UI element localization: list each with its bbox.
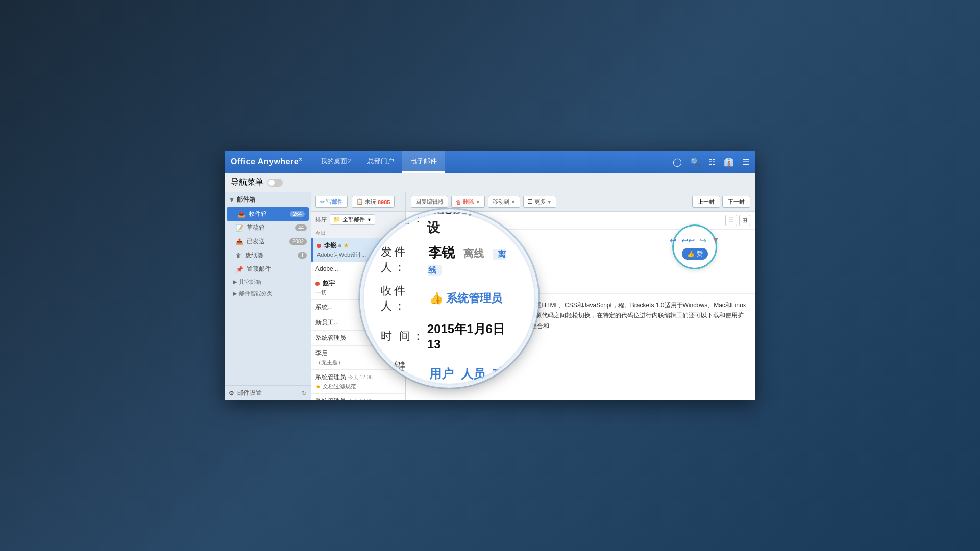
subject-filterdoc: ★ 文档过滤规范 [315,383,401,390]
mag-from-value: 李锐 离线 离线 [428,244,518,276]
sidebar-mailbox-label: 邮件箱 [237,195,255,204]
tab-desktop2[interactable]: 我的桌面2 [312,151,359,173]
delete-button[interactable]: 🗑 删除 ▼ [451,196,485,208]
mag-date-label: 时 间： [381,329,427,344]
email-list-toolbar: ✏ 写邮件 📋 未读 8985 [311,192,405,212]
unread-filter-button[interactable]: 📋 未读 8985 [352,196,395,208]
inbox-icon: 📥 [238,211,246,218]
viewer-toolbar: 回复编辑器 🗑 删除 ▼ 移动到 ▼ ☰ 更多 ▼ 上一封 下一封 [406,192,755,212]
sidebar-item-inbox[interactable]: 📥 收件箱 264 [227,207,309,221]
search-icon[interactable]: 🔍 [690,157,700,167]
chevron-right-icon: ▶ [233,279,237,285]
star-icon-doc[interactable]: ★ [315,383,321,389]
mag-to-label: 收件人： [381,283,429,314]
sidebar-settings[interactable]: ⚙ 邮件设置 ↻ [225,385,311,400]
sidebar-mailbox-header[interactable]: ▼ 邮件箱 [225,192,311,207]
write-email-button[interactable]: ✏ 写邮件 [315,196,348,208]
draft-badge: 44 [295,224,307,231]
top-bar-icons: ◯ 🔍 ☷ 👔 ☰ [673,157,749,167]
sidebar-other-mailbox[interactable]: ▶ 其它邮箱 [225,276,311,288]
draft-icon: 📝 [236,224,243,232]
like-label: 赞 [697,249,703,258]
chevron-down-icon: ▼ [229,196,235,204]
magnifier-overlay: 主 题： Adobe为Web设 发件人： 李锐 离线 离线 收件人： 👍 系统管… [362,212,536,385]
delete-label: 删除 [463,198,474,206]
email-list-action-bar: 排序 📁 全部邮件 ▼ [311,212,405,228]
sidebar-item-trash[interactable]: 🗑 废纸篓 1 [225,248,311,262]
reply-all-icon[interactable]: ↩↩ [680,234,696,247]
grid-view-button[interactable]: ⊞ [739,215,750,226]
email-item-sysadmin3[interactable]: 系统管理员 今天 12:03 办公用品申请 [311,394,405,400]
star-icon-lirui[interactable]: ★ [344,242,349,249]
other-mailbox-label: 其它邮箱 [239,278,261,286]
menu-icon[interactable]: ☰ [742,157,749,167]
app-window: Office Anywhere® 我的桌面2 总部门户 电子邮件 ◯ 🔍 ☷ 👔… [225,151,755,400]
next-email-button[interactable]: 下一封 [722,196,750,208]
sub-toolbar: 导航菜单 [225,173,755,192]
sidebar: ▼ 邮件箱 📥 收件箱 264 📝 草稿箱 44 📤 已发送 2082 🗑 废纸… [225,192,311,400]
email-item-sysadmin2[interactable]: 系统管理员 今天 12:06 ★ 文档过滤规范 [311,370,405,394]
move-to-label: 移动到 [493,198,509,206]
edit-icon: ✏ [320,198,325,205]
sidebar-trash-label: 废纸篓 [245,251,263,260]
sidebar-sent-label: 已发送 [247,237,265,246]
email-time-2: 今天 12:03 [348,398,373,401]
app-logo: Office Anywhere® [231,157,302,166]
reply-icon[interactable]: ↩ [668,234,678,247]
apps-icon[interactable]: ☷ [708,157,716,167]
move-to-button[interactable]: 移动到 ▼ [488,196,520,208]
tab-portal[interactable]: 总部门户 [359,151,402,173]
mag-from-status: 离线 [463,248,484,259]
reply-circle-inner: ↩ ↩↩ ↪ ▼ 👍 赞 [668,234,721,260]
list-view-button[interactable]: ☰ [725,215,737,226]
like-button[interactable]: 👍 赞 [682,248,708,260]
filter-icon: 📋 [356,198,363,205]
unread-indicator2 [315,282,320,286]
thumbs-up-icon: 👍 [687,251,695,258]
forward-icon[interactable]: ↪ [698,234,708,247]
mag-date-row: 时 间： 2015年1月6日 13 [381,321,518,352]
trash-icon: 🗑 [236,252,242,259]
sent-icon: 📤 [236,238,243,245]
user-icon[interactable]: ◯ [673,157,682,167]
more-label: 更多 [534,198,546,206]
all-mail-label: 全部邮件 [342,216,365,223]
sidebar-inbox-label: 收件箱 [249,210,267,218]
more-options-icon[interactable]: ▼ [710,234,721,247]
settings-label: 邮件设置 [237,389,262,397]
unread-label: 未读 [365,198,376,206]
sidebar-smart-category[interactable]: ▶ 邮件智能分类 [225,288,311,299]
move-dropdown-arrow: ▼ [511,199,516,205]
more-button[interactable]: ☰ 更多 ▼ [523,196,556,208]
nav-toggle-switch[interactable] [267,179,283,187]
all-mail-button[interactable]: 📁 全部邮件 ▼ [330,214,375,225]
nav-toggle-label: 导航菜单 [231,177,263,188]
sidebar-item-sent[interactable]: 📤 已发送 2082 [225,235,311,248]
top-bar: Office Anywhere® 我的桌面2 总部门户 电子邮件 ◯ 🔍 ☷ 👔… [225,151,755,173]
mag-to-row: 收件人： 👍 系统管理员 [381,283,518,314]
viewer-navigation: 上一封 下一封 [692,196,750,208]
status-offline-dot [338,244,341,247]
delete-dropdown-arrow: ▼ [476,199,480,205]
sidebar-item-draft[interactable]: 📝 草稿箱 44 [225,221,311,235]
dropdown-icon: ▼ [367,217,372,222]
tab-email[interactable]: 电子邮件 [402,151,445,173]
mag-kw-1: 用户 [429,366,454,382]
delete-icon: 🗑 [456,199,461,205]
mag-from-name: 李锐 [428,245,455,260]
app-title-sup: ® [299,157,302,162]
sent-badge: 2082 [289,238,307,245]
prev-email-button[interactable]: 上一封 [692,196,720,208]
reply-button[interactable]: 回复编辑器 [411,196,448,208]
reply-circle: ↩ ↩↩ ↪ ▼ 👍 赞 [672,224,717,269]
sort-label[interactable]: 排序 [315,216,327,223]
mag-to-value: 👍 系统管理员 [429,291,502,306]
sidebar-item-notice[interactable]: 📌 置顶邮件 [225,262,311,276]
reply-action-icons: ↩ ↩↩ ↪ ▼ [668,234,721,247]
refresh-icon[interactable]: ↻ [302,390,307,397]
sender-sysadmin2: 系统管理员 今天 12:06 [315,373,401,382]
sender-sysadmin3: 系统管理员 今天 12:03 [315,397,401,400]
chevron-right-icon2: ▶ [233,290,237,297]
wardrobe-icon[interactable]: 👔 [724,157,734,167]
mag-to-name: 系统管理员 [446,291,502,306]
